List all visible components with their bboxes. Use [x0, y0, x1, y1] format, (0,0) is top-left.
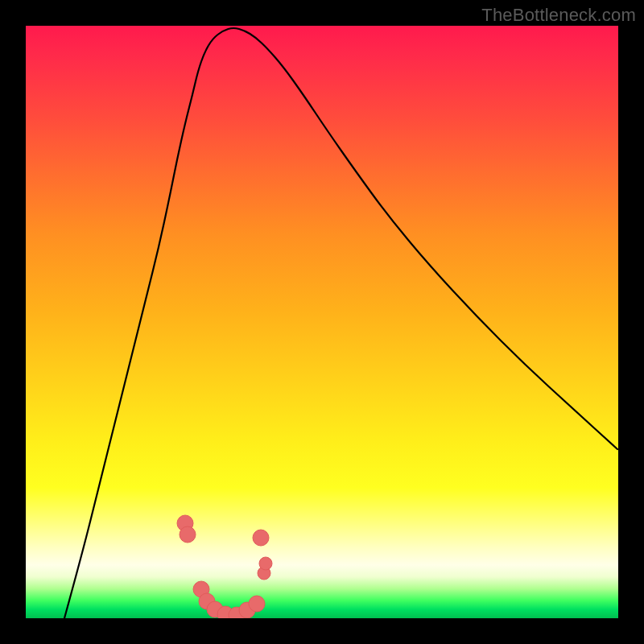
- gradient-background: [26, 26, 618, 618]
- watermark-text: TheBottleneck.com: [481, 5, 636, 26]
- chart-canvas: TheBottleneck.com: [0, 0, 644, 644]
